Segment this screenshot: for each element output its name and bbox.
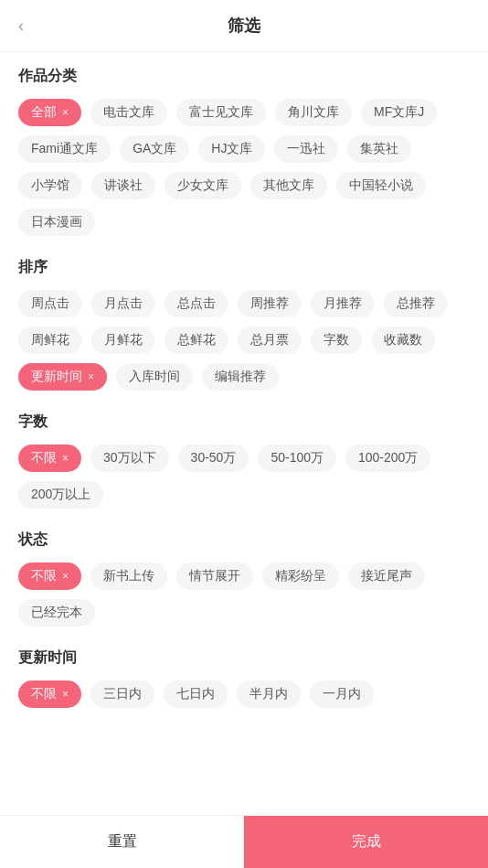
tag-label: 入库时间 (129, 369, 180, 385)
tag-sort-月鲜花[interactable]: 月鲜花 (91, 327, 155, 354)
tag-label: 100-200万 (358, 450, 418, 466)
tag-label: 200万以上 (31, 487, 90, 503)
tag-label: GA文库 (133, 141, 176, 157)
tag-status-新书上传[interactable]: 新书上传 (90, 563, 167, 590)
filter-panel-container: ‹ 筛选 作品分类全部×电击文库富士见文库角川文库MF文库JFami通文库GA文… (0, 0, 488, 868)
tag-updatetime-七日内[interactable]: 七日内 (164, 680, 228, 708)
tag-sort-总推荐[interactable]: 总推荐 (384, 290, 448, 317)
tag-label: 半月内 (249, 686, 288, 702)
tag-category-全部[interactable]: 全部× (18, 99, 81, 126)
tag-status-不限[interactable]: 不限× (18, 563, 81, 590)
tag-wordcount-200万以上[interactable]: 200万以上 (18, 481, 103, 509)
tag-sort-字数[interactable]: 字数 (311, 327, 362, 354)
filter-content: 作品分类全部×电击文库富士见文库角川文库MF文库JFami通文库GA文库HJ文库… (0, 52, 488, 815)
tag-status-精彩纷呈[interactable]: 精彩纷呈 (262, 563, 339, 590)
tag-sort-收藏数[interactable]: 收藏数 (371, 327, 435, 354)
tag-category-富士见文库[interactable]: 富士见文库 (176, 99, 266, 126)
tag-label: 周推荐 (250, 295, 289, 312)
tag-label: 讲谈社 (104, 177, 143, 194)
section-updatetime: 更新时间不限×三日内七日内半月内一月内 (18, 648, 470, 708)
tag-sort-周鲜花[interactable]: 周鲜花 (18, 327, 82, 354)
tag-category-集英社[interactable]: 集英社 (347, 135, 411, 163)
tag-category-HJ文库[interactable]: HJ文库 (198, 135, 265, 163)
tag-wordcount-30-50万[interactable]: 30-50万 (178, 445, 249, 472)
tag-wordcount-100-200万[interactable]: 100-200万 (345, 445, 430, 472)
header-title: 筛选 (228, 15, 260, 37)
tag-label: 情节展开 (189, 568, 240, 584)
tag-label: 一月内 (323, 686, 361, 702)
header: ‹ 筛选 (0, 0, 488, 52)
tag-label: 其他文库 (263, 177, 314, 194)
tag-label: 不限 (31, 450, 57, 466)
tag-label: 收藏数 (384, 332, 422, 348)
tags-wrap-category: 全部×电击文库富士见文库角川文库MF文库JFami通文库GA文库HJ文库一迅社集… (18, 99, 470, 236)
tag-category-小学馆[interactable]: 小学馆 (18, 172, 82, 199)
tag-status-接近尾声[interactable]: 接近尾声 (348, 563, 425, 590)
tag-sort-更新时间[interactable]: 更新时间× (18, 363, 107, 391)
tag-sort-周点击[interactable]: 周点击 (18, 290, 82, 317)
tag-sort-总点击[interactable]: 总点击 (164, 290, 228, 317)
tag-updatetime-不限[interactable]: 不限× (18, 680, 81, 708)
tag-category-GA文库[interactable]: GA文库 (120, 135, 189, 163)
tags-wrap-sort: 周点击月点击总点击周推荐月推荐总推荐周鲜花月鲜花总鲜花总月票字数收藏数更新时间×… (18, 290, 470, 391)
tag-wordcount-不限[interactable]: 不限× (18, 445, 81, 472)
tag-label: HJ文库 (211, 141, 252, 157)
tag-close-icon[interactable]: × (62, 106, 69, 119)
tag-close-icon[interactable]: × (62, 452, 69, 465)
tag-sort-编辑推荐[interactable]: 编辑推荐 (202, 363, 279, 391)
tag-label: 30万以下 (103, 450, 156, 466)
tag-status-情节展开[interactable]: 情节展开 (176, 563, 253, 590)
tag-label: 电击文库 (103, 104, 154, 121)
tag-label: 日本漫画 (31, 214, 82, 230)
tag-label: 已经完本 (31, 605, 82, 621)
tag-close-icon[interactable]: × (62, 688, 69, 701)
section-sort: 排序周点击月点击总点击周推荐月推荐总推荐周鲜花月鲜花总鲜花总月票字数收藏数更新时… (18, 258, 470, 391)
tag-label: 一迅社 (287, 141, 325, 157)
tag-label: MF文库J (374, 104, 424, 121)
tag-category-MF文库J[interactable]: MF文库J (361, 99, 437, 126)
tag-category-少女文库[interactable]: 少女文库 (164, 172, 241, 199)
confirm-button[interactable]: 完成 (244, 816, 488, 868)
tag-category-其他文库[interactable]: 其他文库 (250, 172, 327, 199)
tag-label: 总点击 (177, 295, 216, 312)
back-button[interactable]: ‹ (18, 16, 24, 36)
tag-label: 少女文库 (177, 177, 228, 194)
tag-category-Fami通文库[interactable]: Fami通文库 (18, 135, 111, 163)
tag-label: 50-100万 (271, 450, 324, 466)
tag-label: 接近尾声 (361, 568, 412, 584)
tag-status-已经完本[interactable]: 已经完本 (18, 599, 95, 627)
tag-label: 富士见文库 (189, 104, 253, 121)
tag-label: 不限 (31, 568, 57, 584)
tag-sort-月推荐[interactable]: 月推荐 (311, 290, 375, 317)
tag-label: 30-50万 (191, 450, 237, 466)
tag-sort-总月票[interactable]: 总月票 (238, 327, 302, 354)
tag-label: 不限 (31, 686, 57, 702)
tag-sort-总鲜花[interactable]: 总鲜花 (164, 327, 228, 354)
tag-label: Fami通文库 (31, 141, 98, 157)
tag-category-讲谈社[interactable]: 讲谈社 (91, 172, 155, 199)
tag-sort-月点击[interactable]: 月点击 (91, 290, 155, 317)
tag-category-电击文库[interactable]: 电击文库 (90, 99, 167, 126)
tag-category-角川文库[interactable]: 角川文库 (275, 99, 352, 126)
tag-label: 总月票 (250, 332, 289, 348)
tag-updatetime-三日内[interactable]: 三日内 (90, 680, 154, 708)
tag-sort-入库时间[interactable]: 入库时间 (116, 363, 193, 391)
reset-button[interactable]: 重置 (0, 816, 244, 868)
tag-close-icon[interactable]: × (62, 570, 69, 583)
tag-label: 新书上传 (103, 568, 154, 584)
tag-wordcount-50-100万[interactable]: 50-100万 (258, 445, 336, 472)
section-title-updatetime: 更新时间 (18, 648, 470, 668)
tag-label: 月推荐 (324, 295, 362, 312)
tag-category-中国轻小说[interactable]: 中国轻小说 (336, 172, 426, 199)
tag-close-icon[interactable]: × (88, 370, 94, 383)
tag-sort-周推荐[interactable]: 周推荐 (238, 290, 302, 317)
tag-wordcount-30万以下[interactable]: 30万以下 (90, 445, 169, 472)
tag-label: 集英社 (360, 141, 398, 157)
tag-category-日本漫画[interactable]: 日本漫画 (18, 209, 95, 236)
tags-wrap-updatetime: 不限×三日内七日内半月内一月内 (18, 680, 470, 708)
tag-category-一迅社[interactable]: 一迅社 (274, 135, 338, 163)
tag-updatetime-一月内[interactable]: 一月内 (310, 680, 374, 708)
section-category: 作品分类全部×电击文库富士见文库角川文库MF文库JFami通文库GA文库HJ文库… (18, 67, 470, 236)
tag-label: 周点击 (31, 295, 69, 312)
tag-updatetime-半月内[interactable]: 半月内 (237, 680, 301, 708)
